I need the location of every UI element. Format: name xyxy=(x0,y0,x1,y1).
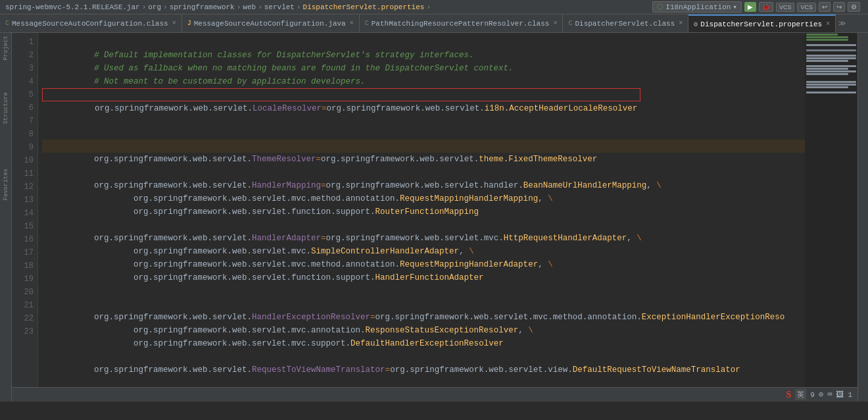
prop-key-13b: HandlerAdapter xyxy=(252,234,321,243)
breadcrumb-web[interactable]: web xyxy=(243,3,256,11)
status-num: 9 xyxy=(810,391,815,399)
prop-val-7a: org.springframework.web.servlet. xyxy=(321,155,479,164)
vcs-button2[interactable]: VCS xyxy=(797,3,816,12)
editor-area: 1 2 3 4 5 6 7 8 9 10 11 12 13 14 15 16 1… xyxy=(12,33,857,402)
prop-class-23: DefaultRequestToViewNameTranslator xyxy=(573,365,740,375)
prop-sep-14: , xyxy=(459,247,469,256)
sidebar-label-favorites[interactable]: Favorites xyxy=(3,169,9,201)
prop-cont-16: org.springframework.web.servlet.function… xyxy=(94,273,375,282)
code-container[interactable]: 1 2 3 4 5 6 7 8 9 10 11 12 13 14 15 16 1… xyxy=(12,33,857,402)
tab-message-source-class[interactable]: C MessageSourceAutoConfiguration.class × xyxy=(0,14,182,33)
prop-class-10: RequestMappingHandlerMapping xyxy=(400,194,538,203)
tab-icon-class4: C xyxy=(568,20,572,27)
tab-path-matching[interactable]: C PathMatchingResourcePatternResolver.cl… xyxy=(360,14,564,33)
tab-dispatcher-servlet-properties[interactable]: ⚙ DispatcherServlet.properties × xyxy=(688,14,836,33)
settings-button[interactable]: ⚙ xyxy=(848,2,860,12)
tab-message-source-java[interactable]: J MessageSourceAutoConfiguration.java × xyxy=(182,14,360,33)
prop-cont-14: org.springframework.web.servlet.mvc. xyxy=(94,247,311,256)
prop-class-11: RouterFunctionMapping xyxy=(375,207,479,217)
line-num-23: 23 xyxy=(12,325,34,338)
prop-class-14: SimpleControllerHandlerAdapter xyxy=(311,247,459,256)
run-config-label: ⬡ I18nApplication ▾ xyxy=(652,1,742,13)
tab-close-2[interactable]: × xyxy=(350,20,354,27)
status-circle[interactable]: ⊙ xyxy=(819,390,823,400)
prop-class-13: HttpRequestHandlerAdapter xyxy=(504,234,627,243)
status-bar: S 英 9 ⊙ ⌨ 🖼 1 xyxy=(12,387,857,402)
tab-dispatcher-servlet-class[interactable]: C DispatcherServlet.class × xyxy=(563,14,688,33)
sogou-icon[interactable]: S xyxy=(786,390,792,400)
status-1: 1 xyxy=(848,391,852,399)
sep4: › xyxy=(258,3,262,11)
toolbar-right: ⬡ I18nApplication ▾ ▶ 🐞 VCS VCS ↩ ↪ ⚙ xyxy=(652,1,863,13)
prop-bs-13: \ xyxy=(637,234,642,243)
undo-button[interactable]: ↩ xyxy=(819,2,831,12)
lang-indicator[interactable]: 英 xyxy=(795,389,806,400)
prop-val-13a: org.springframework.web.servlet.mvc. xyxy=(326,234,504,243)
line-num-19: 19 xyxy=(12,273,34,286)
prop-sep-10: , xyxy=(538,194,548,203)
breadcrumb-servlet[interactable]: servlet xyxy=(264,3,295,11)
app-icon: ⬡ xyxy=(657,3,663,11)
sidebar-label-project[interactable]: Project xyxy=(3,36,9,61)
line-num-7: 7 xyxy=(12,115,34,128)
tab-close-4[interactable]: × xyxy=(679,20,683,27)
status-img[interactable]: 🖼 xyxy=(836,390,844,400)
tab-close-3[interactable]: × xyxy=(553,20,557,27)
prop-bs-10: \ xyxy=(548,194,553,203)
code-line-5: org.springframework.web.servlet.LocaleRe… xyxy=(42,88,640,101)
minimap xyxy=(805,33,857,402)
prop-class-21: DefaultHandlerExceptionResolver xyxy=(350,339,504,348)
tab-overflow[interactable]: ≫ xyxy=(838,19,846,28)
prop-key-9b: HandlerMapping xyxy=(252,181,321,190)
vcs-button1[interactable]: VCS xyxy=(776,3,795,12)
debug-button[interactable]: 🐞 xyxy=(759,2,773,12)
sep5: › xyxy=(297,3,301,11)
code-line-18 xyxy=(45,284,805,298)
line-num-1: 1 xyxy=(12,36,34,49)
tab-icon-class3: C xyxy=(365,20,369,27)
tab-close-5[interactable]: × xyxy=(826,20,830,28)
dropdown-arrow[interactable]: ▾ xyxy=(733,3,737,11)
code-line-23: org.springframework.web.servlet.RequestT… xyxy=(45,350,805,363)
prop-key-23b: RequestToViewNameTranslator xyxy=(252,365,385,375)
prop-key-23a: org.springframework.web.servlet. xyxy=(94,365,252,375)
breadcrumb-springframework[interactable]: springframework xyxy=(170,3,235,11)
line-num-13: 13 xyxy=(12,194,34,207)
prop-bs-15: \ xyxy=(548,260,553,269)
sep2: › xyxy=(163,3,168,11)
breadcrumb-jar[interactable]: spring-webmvc-5.2.1.RELEASE.jar xyxy=(5,3,140,11)
prop-cont-15: org.springframework.web.servlet.mvc.meth… xyxy=(94,260,400,269)
line-num-6: 6 xyxy=(12,101,34,115)
redo-button[interactable]: ↪ xyxy=(833,2,845,12)
line-num-14: 14 xyxy=(12,207,34,220)
status-keyboard[interactable]: ⌨ xyxy=(827,390,832,400)
breadcrumb-filename[interactable]: DispatcherServlet.properties xyxy=(303,3,425,11)
main-layout: Project Structure Favorites 1 2 3 4 5 6 … xyxy=(0,33,868,402)
prop-sep-15: , xyxy=(538,260,548,269)
prop-val-23a: org.springframework.web.servlet.view. xyxy=(390,365,573,375)
prop-bs-9: \ xyxy=(656,181,662,190)
run-button[interactable]: ▶ xyxy=(744,2,756,12)
app-name: I18nApplication xyxy=(665,3,731,11)
tab-label-2: MessageSourceAutoConfiguration.java xyxy=(194,20,346,28)
prop-cont-21: org.springframework.web.servlet.mvc.supp… xyxy=(94,339,350,348)
prop-eq-9: = xyxy=(321,181,326,190)
prop-eq-19: = xyxy=(370,313,375,322)
prop-val-5a: org.springframework.web.servlet. xyxy=(327,104,485,113)
sidebar-label-structure[interactable]: Structure xyxy=(3,92,9,124)
tab-icon-props5: ⚙ xyxy=(694,20,698,28)
prop-class-16: HandlerFunctionAdapter xyxy=(375,273,484,282)
code-lines[interactable]: # Default implementation classes for Dis… xyxy=(38,33,805,402)
tab-label-4: DispatcherServlet.class xyxy=(575,20,675,28)
breadcrumb-org[interactable]: org xyxy=(148,3,161,11)
prop-cont-20: org.springframework.web.servlet.mvc.anno… xyxy=(94,326,366,335)
sep6: › xyxy=(426,3,431,11)
prop-val-9a: org.springframework.web.servlet.handler. xyxy=(326,181,523,190)
prop-key-5b: LocaleResolver xyxy=(253,104,322,113)
prop-sep-20: , xyxy=(518,326,528,335)
code-line-7: org.springframework.web.servlet.ThemeRes… xyxy=(42,140,805,153)
prop-key-19a: org.springframework.web.servlet. xyxy=(94,313,252,322)
tab-close-1[interactable]: × xyxy=(172,20,176,27)
prop-sep-13: , xyxy=(627,234,637,243)
right-sidebar xyxy=(857,33,868,402)
